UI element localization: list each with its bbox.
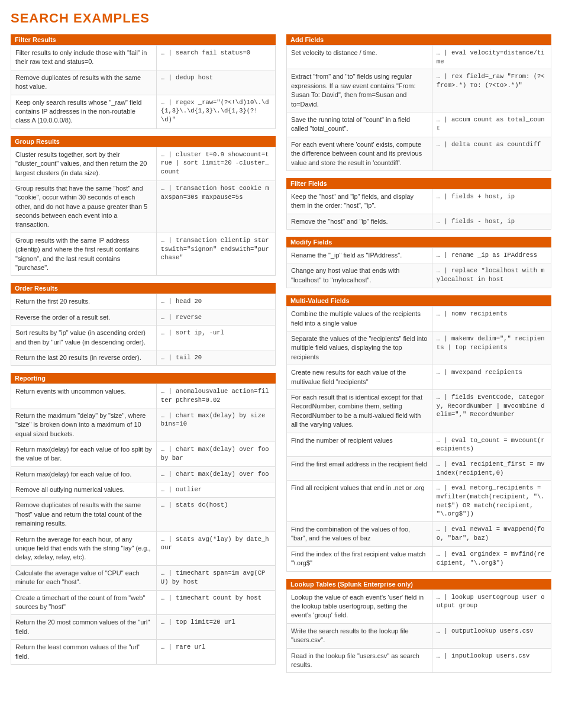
row-code: … | rex field=_raw "From: (?<from>.*) To… <box>432 69 551 112</box>
row-code: … | eval velocity=distance/time <box>432 46 551 69</box>
section-header-3: Multi-Valued Fields <box>286 295 551 306</box>
row-code: … | anomalousvalue action=filter pthresh… <box>156 384 275 408</box>
table-row: Remove all outlying numerical values.… |… <box>11 482 276 498</box>
row-code: … | transaction host cookie maxspan=30s … <box>156 181 275 233</box>
row-description: Return max(delay) for each value of foo. <box>11 466 157 482</box>
row-description: Return max(delay) for each value of foo … <box>11 442 157 466</box>
row-code: … | eval newval = mvappend(foo, "bar", b… <box>432 522 551 547</box>
row-description: Find the first email address in the reci… <box>287 456 432 480</box>
row-code: … | fields + host, ip <box>432 189 551 214</box>
row-description: Return the least common values of the "u… <box>11 640 157 665</box>
row-code: … | timechart count by host <box>156 590 275 615</box>
row-description: Return the 20 most common values of the … <box>11 615 157 640</box>
row-description: Remove the "host" and "ip" fields. <box>287 214 432 229</box>
row-code: … | tail 20 <box>156 350 275 365</box>
table-row: Return the 20 most common values of the … <box>11 615 276 640</box>
row-code: … | top limit=20 url <box>156 615 275 640</box>
row-code: … | head 20 <box>156 294 275 310</box>
table-row: Find the first email address in the reci… <box>287 456 551 480</box>
row-code: … | eval recipient_first = mvindex(recip… <box>432 456 551 480</box>
table-row: Sort results by "ip" value (in ascending… <box>11 326 276 350</box>
row-description: Return the average for each hour, of any… <box>11 531 157 565</box>
section-header-1: Filter Fields <box>286 178 551 189</box>
section-header-0: Filter Results <box>11 34 276 45</box>
section-table-0: Filter results to only include those wit… <box>11 45 276 129</box>
main-content: Filter ResultsFilter results to only inc… <box>11 34 551 680</box>
row-description: Lookup the value of each event's 'user' … <box>287 590 432 623</box>
right-column: Add FieldsSet velocity to distance / tim… <box>286 34 551 680</box>
table-row: Find the index of the first recipient va… <box>287 546 551 571</box>
table-row: Return max(delay) for each value of foo.… <box>11 466 276 482</box>
row-code: … | outlier <box>156 482 275 498</box>
table-row: Cluster results together, sort by their … <box>11 147 276 181</box>
section-table-1: Keep the "host" and "ip" fields, and dis… <box>286 189 551 230</box>
row-code: … | sort ip, -url <box>156 326 275 350</box>
table-row: For each event where 'count' exists, com… <box>287 137 551 170</box>
row-code: … | search fail status=0 <box>156 46 275 70</box>
table-row: Return the average for each hour, of any… <box>11 531 276 565</box>
row-code: … | inputlookup users.csv <box>432 648 551 673</box>
section-table-2: Rename the "_ip" field as "IPAddress".… … <box>286 247 551 288</box>
row-code: … | chart max(delay) by size bins=10 <box>156 408 275 442</box>
row-code: … | cluster t=0.9 showcount=true | sort … <box>156 147 275 181</box>
row-description: Find the combination of the values of fo… <box>287 522 432 547</box>
table-row: Return the least common values of the "u… <box>11 640 276 665</box>
row-description: Find all recipient values that end in .n… <box>287 481 432 522</box>
row-description: Calculate the average value of "CPU" eac… <box>11 565 157 590</box>
row-code: … | outputlookup users.csv <box>432 623 551 648</box>
row-code: … | dedup host <box>156 70 275 95</box>
row-description: Sort results by "ip" value (in ascending… <box>11 326 157 350</box>
table-row: Read in the lookup file "users.csv" as s… <box>287 648 551 673</box>
row-description: For each result that is identical except… <box>287 389 432 433</box>
row-code: … | nomv recipients <box>432 307 551 331</box>
table-row: Create a timechart of the count of from … <box>11 590 276 615</box>
row-description: Separate the values of the "recipients" … <box>287 331 432 365</box>
row-description: Set velocity to distance / time. <box>287 46 432 69</box>
row-description: Return the last 20 results (in reverse o… <box>11 350 157 365</box>
table-row: Separate the values of the "recipients" … <box>287 331 551 365</box>
row-code: … | lookup usertogroup user output group <box>432 590 551 623</box>
table-row: Group results that have the same "host" … <box>11 181 276 233</box>
section-header-2: Order Results <box>11 283 276 294</box>
section-table-3: Combine the multiple values of the recip… <box>286 306 551 571</box>
table-row: Combine the multiple values of the recip… <box>287 307 551 331</box>
section-header-3: Reporting <box>11 373 276 384</box>
section-table-3: Return events with uncommon values.… | a… <box>11 384 276 665</box>
row-description: Group results with the same IP address (… <box>11 233 157 276</box>
row-description: Read in the lookup file "users.csv" as s… <box>287 648 432 673</box>
row-description: Change any host value that ends with "lo… <box>287 263 432 288</box>
table-row: Filter results to only include those wit… <box>11 46 276 70</box>
table-row: Return the first 20 results.… | head 20 <box>11 294 276 310</box>
table-row: Rename the "_ip" field as "IPAddress".… … <box>287 248 551 263</box>
row-description: Remove all outlying numerical values. <box>11 482 157 498</box>
row-code: … | rare url <box>156 640 275 665</box>
table-row: Write the search results to the lookup f… <box>287 623 551 648</box>
row-description: Combine the multiple values of the recip… <box>287 307 432 331</box>
row-code: … | eval orgindex = mvfind(recipient, "\… <box>432 546 551 571</box>
table-row: Return events with uncommon values.… | a… <box>11 384 276 408</box>
section-header-2: Modify Fields <box>286 237 551 247</box>
table-row: Return the last 20 results (in reverse o… <box>11 350 276 365</box>
section-table-4: Lookup the value of each event's 'user' … <box>286 590 551 674</box>
table-row: Lookup the value of each event's 'user' … <box>287 590 551 623</box>
row-code: … | regex _raw="(?<!\d)10\.\d{1,3}\.\d{1… <box>156 95 275 128</box>
row-code: … | rename _ip as IPAddress <box>432 248 551 263</box>
table-row: Find all recipient values that end in .n… <box>287 481 551 522</box>
row-code: … | transaction clientip startswith="sig… <box>156 233 275 276</box>
row-description: Keep only search results whose "_raw" fi… <box>11 95 157 128</box>
row-description: Create new results for each value of the… <box>287 365 432 390</box>
row-description: Reverse the order of a result set. <box>11 310 157 325</box>
row-code: … | fields - host, ip <box>432 214 551 229</box>
table-row: Remove the "host" and "ip" fields.… | fi… <box>287 214 551 229</box>
row-description: Return events with uncommon values. <box>11 384 157 408</box>
table-row: For each result that is identical except… <box>287 389 551 433</box>
row-code: … | timechart span=1m avg(CPU) by host <box>156 565 275 590</box>
row-description: Cluster results together, sort by their … <box>11 147 157 181</box>
row-code: … | reverse <box>156 310 275 325</box>
table-row: Find the number of recipient values… | e… <box>287 433 551 456</box>
row-description: Rename the "_ip" field as "IPAddress". <box>287 248 432 263</box>
row-description: Return the maximum "delay" by "size", wh… <box>11 408 157 442</box>
row-description: Write the search results to the lookup f… <box>287 623 432 648</box>
row-description: Keep the "host" and "ip" fields, and dis… <box>287 189 432 214</box>
section-table-1: Cluster results together, sort by their … <box>11 147 276 276</box>
